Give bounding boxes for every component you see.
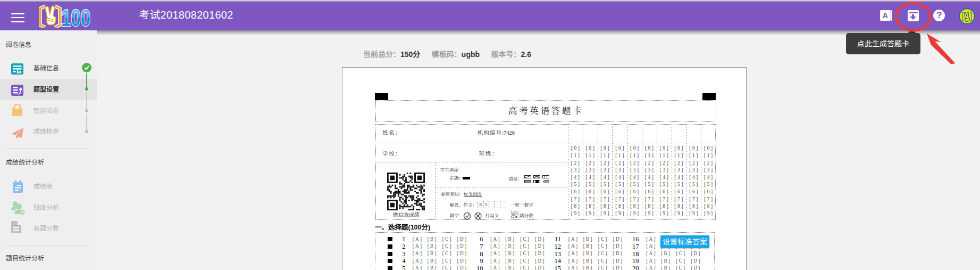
svg-text:100: 100 xyxy=(61,4,90,28)
svg-text:5: 5 xyxy=(516,211,518,216)
svg-text:8: 8 xyxy=(479,202,481,207)
svg-text:8: 8 xyxy=(512,211,515,217)
svg-text:5: 5 xyxy=(485,202,487,207)
